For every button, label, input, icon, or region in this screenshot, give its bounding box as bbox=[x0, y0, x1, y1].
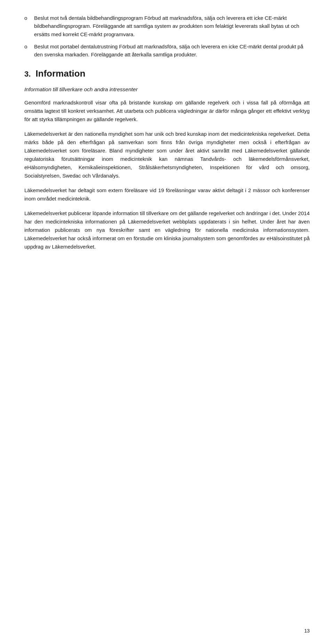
bullet-marker-1: o bbox=[24, 14, 34, 22]
paragraph-2: Läkemedelsverket är den nationella myndi… bbox=[24, 130, 310, 180]
page: o Beslut mot två dentala bildbehandlings… bbox=[0, 0, 334, 644]
section-number: 3. bbox=[24, 70, 31, 79]
paragraph-4: Läkemedelsverket publicerar löpande info… bbox=[24, 209, 310, 251]
bullet-item-1: o Beslut mot två dentala bildbehandlings… bbox=[24, 14, 310, 38]
bullet-text-1: Beslut mot två dentala bildbehandlingspr… bbox=[34, 14, 310, 38]
bullet-item-2: o Beslut mot portabel dentalutrustning F… bbox=[24, 42, 310, 59]
bullet-section: o Beslut mot två dentala bildbehandlings… bbox=[24, 14, 310, 58]
section-heading: 3. Information bbox=[24, 68, 310, 79]
section-title: Information bbox=[35, 68, 85, 79]
bullet-text-2: Beslut mot portabel dentalutrustning För… bbox=[34, 42, 310, 59]
bullet-marker-2: o bbox=[24, 42, 34, 51]
paragraph-1: Genomförd marknadskontroll visar ofta på… bbox=[24, 99, 310, 124]
page-number: 13 bbox=[304, 628, 310, 634]
subsection-title: Information till tillverkare och andra i… bbox=[24, 85, 310, 93]
paragraph-3: Läkemedelsverket har deltagit som extern… bbox=[24, 186, 310, 203]
